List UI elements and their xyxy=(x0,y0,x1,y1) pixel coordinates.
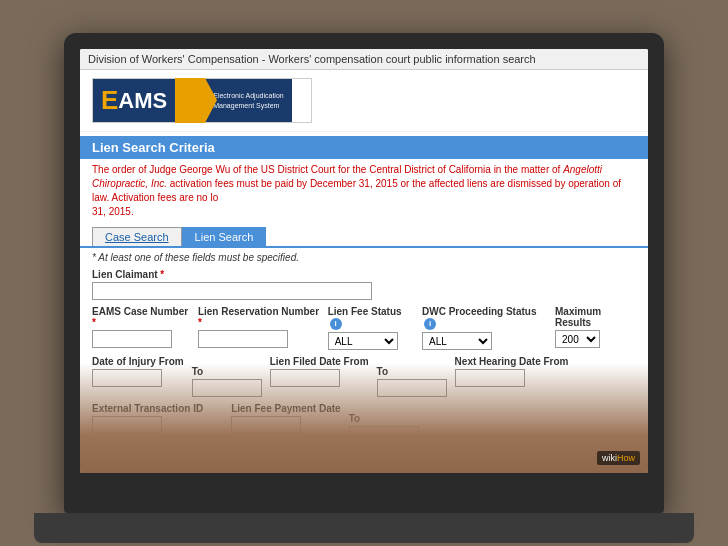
browser-header: Division of Workers' Compensation - Work… xyxy=(80,49,648,70)
lien-claimant-row: Lien Claimant * xyxy=(92,269,636,300)
logo-box: EAMS Electronic Adjudication Management … xyxy=(92,78,312,123)
laptop-base xyxy=(34,513,694,543)
eams-case-label: EAMS Case Number * xyxy=(92,306,190,328)
hands-overlay xyxy=(80,363,648,473)
logo-area: EAMS Electronic Adjudication Management … xyxy=(80,70,648,132)
tab-case-search[interactable]: Case Search xyxy=(92,227,182,246)
logo-ams: AMS xyxy=(118,88,167,114)
reservation-group: Lien Reservation Number * xyxy=(198,306,320,348)
screen: Division of Workers' Compensation - Work… xyxy=(80,49,648,473)
dwc-status-select[interactable]: ALL xyxy=(422,332,492,350)
lien-claimant-label: Lien Claimant * xyxy=(92,269,372,280)
reservation-label: Lien Reservation Number * xyxy=(198,306,320,328)
case-number-row: EAMS Case Number * Lien Reservation Numb… xyxy=(92,306,636,350)
logo-right: Electronic Adjudication Management Syste… xyxy=(205,79,291,122)
max-results-label: Maximum Results xyxy=(555,306,636,328)
eams-case-group: EAMS Case Number * xyxy=(92,306,190,348)
max-results-group: Maximum Results 200 xyxy=(555,306,636,348)
tab-lien-search[interactable]: Lien Search xyxy=(182,227,267,246)
page-title: Division of Workers' Compensation - Work… xyxy=(88,53,536,65)
lien-claimant-input[interactable] xyxy=(92,282,372,300)
logo-right-text: Electronic Adjudication Management Syste… xyxy=(213,91,283,109)
logo-graphic xyxy=(175,78,205,123)
tabs-area: Case Search Lien Search xyxy=(80,223,648,246)
reservation-input[interactable] xyxy=(198,330,288,348)
lien-claimant-group: Lien Claimant * xyxy=(92,269,372,300)
fee-status-select[interactable]: ALL xyxy=(328,332,398,350)
max-results-select[interactable]: 200 xyxy=(555,330,600,348)
logo-e: E xyxy=(101,85,118,116)
criteria-header: Lien Search Criteria xyxy=(80,136,648,159)
eams-case-input[interactable] xyxy=(92,330,172,348)
fee-status-group: Lien Fee Status i ALL xyxy=(328,306,414,350)
fee-status-label: Lien Fee Status i xyxy=(328,306,414,330)
logo-left: EAMS xyxy=(93,79,175,122)
dwc-status-label: DWC Proceeding Status i xyxy=(422,306,547,330)
required-star: * xyxy=(160,269,164,280)
notice-text: The order of Judge George Wu of the US D… xyxy=(80,159,648,223)
fee-status-info-icon[interactable]: i xyxy=(330,318,342,330)
dwc-status-group: DWC Proceeding Status i ALL xyxy=(422,306,547,350)
wikihow-badge: wikiHow xyxy=(597,451,640,465)
laptop-frame: Division of Workers' Compensation - Work… xyxy=(64,33,664,513)
dwc-status-info-icon[interactable]: i xyxy=(424,318,436,330)
required-note: * At least one of these fields must be s… xyxy=(92,252,636,263)
